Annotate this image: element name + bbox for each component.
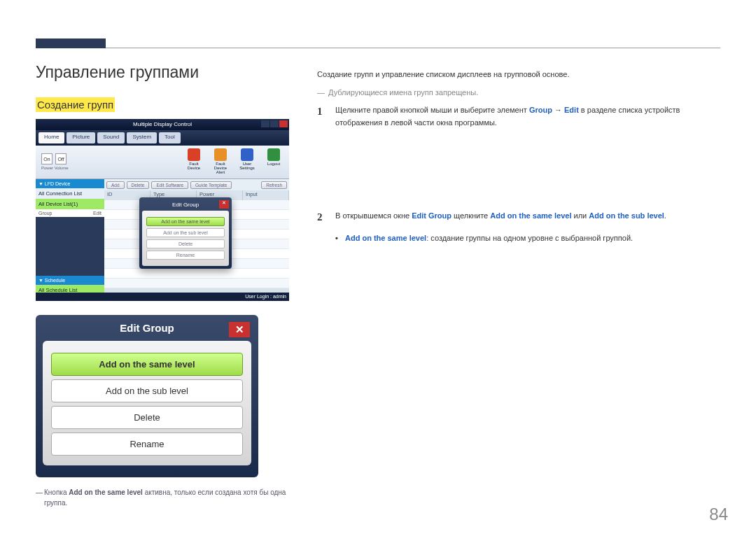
bullet-list: Add on the same level: создание группы н… [335,232,720,245]
window-titlebar: Multiple Display Control [36,119,289,130]
screenshot-mdc-app: Multiple Display Control Home Picture So… [36,119,289,301]
close-icon[interactable]: ✕ [219,200,229,209]
note-text: Дублирующиеся имена групп запрещены. [317,87,720,99]
power-on[interactable]: On [41,153,52,164]
sub-toolbar: Add Delete Edit Software Guide Template … [104,179,289,190]
step-number: 2 [317,209,323,225]
dialog-title: Edit Group [36,315,258,341]
btn-rename-group[interactable]: Rename [146,251,225,260]
btn-add-sub-level[interactable]: Add on the sub level [51,379,243,402]
tab-home[interactable]: Home [38,132,64,143]
bullet-same-level: Add on the same level: создание группы н… [335,232,720,245]
ribbon: OnOff Power Volume Fault Device Fault De… [36,146,289,179]
btn-add[interactable]: Add [106,181,125,189]
btn-add-sub-level[interactable]: Add on the sub level [146,228,225,237]
footnote: Кнопка Add on the same level активна, то… [36,487,302,508]
step-1: 1 Щелкните правой кнопкой мыши и выберит… [317,104,720,129]
side-all-dev[interactable]: All Device List(1) [36,199,104,209]
power-off[interactable]: Off [55,153,66,164]
btn-rename-group[interactable]: Rename [51,433,243,456]
btn-add-same-level[interactable]: Add on the same level [51,353,243,376]
tab-system[interactable]: System [127,132,157,143]
tab-tool[interactable]: Tool [159,132,181,143]
page-number: 84 [709,505,728,524]
ico-fault-alert[interactable]: Fault Device Alert [211,148,230,174]
status-bar: User Login : admin [36,293,289,301]
ribbon-power: OnOff Power Volume [41,151,97,174]
window-buttons [261,120,288,127]
page-header-tab [36,38,106,48]
right-column: Создание групп и управление списком дисп… [317,69,720,263]
intro-text: Создание групп и управление списком дисп… [317,69,720,81]
tab-bar: Home Picture Sound System Tool [36,130,289,146]
window-title: Multiple Display Control [133,121,192,127]
tab-sound[interactable]: Sound [97,132,125,143]
ribbon-caption: Power Volume [41,166,97,170]
page-top-rule [36,48,720,48]
screenshot-edit-group-dialog: Edit Group ✕ Add on the same level Add o… [36,315,258,477]
popup-title: Edit Group✕ [142,200,229,211]
side-sec-lfd[interactable]: ▼ LFD Device [36,179,104,188]
side-sec-sched[interactable]: ▼ Schedule [36,276,104,285]
btn-del-group[interactable]: Delete [146,239,225,248]
btn-refresh[interactable]: Refresh [261,181,287,189]
ico-logout[interactable]: Logout [264,148,284,174]
sidebar: ▼ LFD Device All Connection List All Dev… [36,179,104,293]
ico-user-settings[interactable]: User Settings [237,148,257,174]
th-input: Input [243,190,289,200]
tab-picture[interactable]: Picture [66,132,95,143]
btn-del-group[interactable]: Delete [51,406,243,429]
steps-list: 1 Щелкните правой кнопкой мыши и выберит… [317,104,720,244]
heading-sub: Создание групп [36,97,115,112]
heading-main: Управление группами [36,63,302,82]
side-all-conn[interactable]: All Connection List [36,188,104,199]
close-icon[interactable]: ✕ [229,322,250,337]
step-number: 1 [317,103,323,120]
left-column: Управление группами Создание групп Multi… [36,63,302,508]
ribbon-right: Fault Device Fault Device Alert User Set… [184,148,284,174]
popup-edit-group-small: Edit Group✕ Add on the same level Add on… [139,197,232,269]
side-edit-link[interactable]: Edit [93,211,102,216]
btn-edit-sw[interactable]: Edit Software [151,181,188,189]
btn-guide[interactable]: Guide Template [190,181,232,189]
btn-add-same-level[interactable]: Add on the same level [146,217,225,226]
ico-fault-device[interactable]: Fault Device [184,148,204,174]
btn-delete[interactable]: Delete [127,181,150,189]
step-2: 2 В открывшемся окне Edit Group щелкните… [317,210,720,244]
side-group-row: GroupEdit [36,209,104,217]
